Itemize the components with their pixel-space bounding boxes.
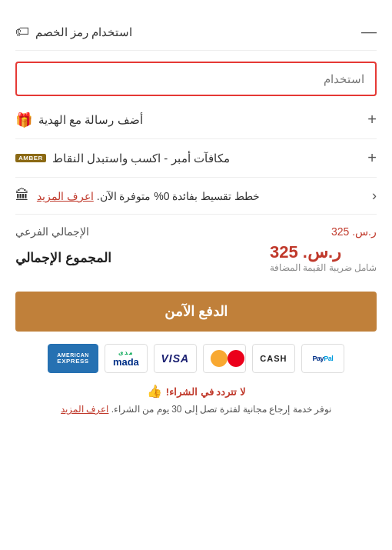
return-learn-more-link[interactable]: اعرف المزيد [61, 404, 108, 415]
checkout-button[interactable]: الدفع الآمن [15, 292, 377, 332]
installment-text-after: متوفرة الآن. [97, 190, 154, 202]
visa-label: VISA [161, 352, 190, 365]
vat-note: شامل ضريبة القيمة المضافة [270, 262, 377, 273]
points-label-group: مكافآت أمبر - اكسب واستبدل النقاط AMBER [15, 152, 230, 165]
amex-label2: EXPRESS [57, 358, 88, 365]
subtotal-value: ر.س. 325 [331, 225, 377, 238]
tag-icon: 🏷 [15, 24, 29, 40]
checkout-panel: — استخدام رمز الخصم 🏷 + أضف رسالة مع اله… [0, 0, 392, 431]
coupon-input[interactable] [17, 63, 375, 95]
payment-icons: PayPal CASH VISA مدى mada AME [15, 344, 377, 373]
points-section-header[interactable]: + مكافآت أمبر - اكسب واستبدل النقاط AMBE… [15, 139, 377, 178]
coupon-input-wrap [15, 62, 377, 96]
installment-learn-more-link[interactable]: اعرف المزيد [37, 190, 94, 202]
installment-text: خطط تقسيط بفائدة 0% متوفرة الآن. اعرف ال… [15, 188, 260, 204]
subtotal-row: ر.س. 325 الإجمالي الفرعي [15, 225, 377, 238]
visa-icon: VISA [154, 344, 197, 373]
cash-label: CASH [260, 354, 287, 363]
bottom-note: لا تتردد في الشراء! 👍 نوفر خدمة إرجاع مج… [15, 384, 377, 417]
thumbs-up-icon: 👍 [147, 385, 162, 398]
total-right: ر.س. 325 شامل ضريبة القيمة المضافة [270, 242, 377, 273]
points-label: مكافآت أمبر - اكسب واستبدل النقاط [52, 152, 230, 165]
bank-icon: 🏛 [15, 188, 29, 203]
installment-percent: 0% [154, 190, 169, 202]
return-note: نوفر خدمة إرجاع مجانية لفترة تصل إلى 30 … [15, 402, 377, 417]
total-row: ر.س. 325 شامل ضريبة القيمة المضافة المجم… [15, 242, 377, 273]
totals-section: ر.س. 325 الإجمالي الفرعي ر.س. 325 شامل ض… [15, 215, 377, 281]
installment-section[interactable]: ‹ خطط تقسيط بفائدة 0% متوفرة الآن. اعرف … [15, 178, 377, 215]
no-hesitate-text: لا تتردد في الشراء! [166, 386, 245, 398]
mc-yellow-circle [211, 350, 228, 367]
gift-icon: 🎁 [15, 112, 32, 128]
no-hesitate-row: لا تتردد في الشراء! 👍 [15, 384, 377, 398]
coupon-label-group: استخدام رمز الخصم 🏷 [15, 24, 132, 40]
coupon-toggle[interactable]: — [361, 23, 377, 41]
cash-icon: CASH [252, 344, 295, 373]
amex-label: AMERICAN [57, 352, 89, 358]
mada-icon: مدى mada [105, 344, 148, 373]
mc-red-circle [228, 350, 244, 367]
amex-icon: AMERICAN EXPRESS [48, 344, 98, 373]
coupon-section-header[interactable]: — استخدام رمز الخصم 🏷 [15, 14, 377, 51]
chevron-left-icon[interactable]: ‹ [372, 188, 377, 204]
coupon-label: استخدام رمز الخصم [35, 25, 132, 39]
gift-label-group: أضف رسالة مع الهدية 🎁 [15, 112, 143, 128]
paypal-logo: PayPal [313, 355, 334, 362]
total-value: ر.س. 325 [270, 242, 341, 262]
amex-logo: AMERICAN EXPRESS [53, 350, 93, 367]
mastercard-logo [211, 350, 238, 367]
gift-section-header[interactable]: + أضف رسالة مع الهدية 🎁 [15, 101, 377, 139]
amber-badge: AMBER [15, 154, 46, 162]
mada-logo: مدى mada [113, 349, 139, 368]
subtotal-label: الإجمالي الفرعي [15, 225, 89, 238]
mada-label-bottom: mada [113, 356, 139, 368]
mada-label-top: مدى [118, 349, 134, 356]
mastercard-icon [203, 344, 246, 373]
gift-label: أضف رسالة مع الهدية [38, 113, 143, 127]
points-toggle[interactable]: + [367, 149, 377, 167]
return-text: نوفر خدمة إرجاع مجانية لفترة تصل إلى 30 … [111, 404, 331, 415]
total-label: المجموع الإجمالي [15, 250, 111, 266]
paypal-icon: PayPal [301, 344, 344, 373]
gift-toggle[interactable]: + [367, 111, 377, 128]
installment-text-before: خطط تقسيط بفائدة [170, 190, 261, 202]
